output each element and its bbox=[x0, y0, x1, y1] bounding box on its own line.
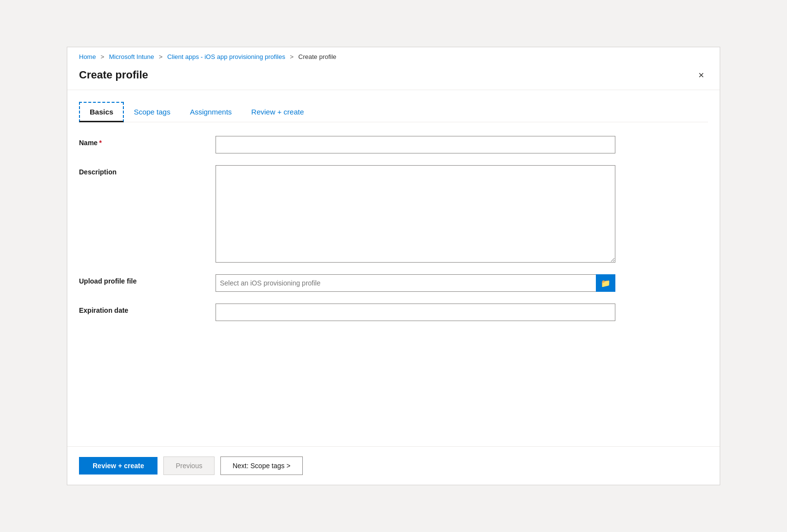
breadcrumb-client-apps[interactable]: Client apps - iOS app provisioning profi… bbox=[167, 53, 285, 60]
tab-bar: Basics Scope tags Assignments Review + c… bbox=[79, 102, 708, 122]
name-required-star: * bbox=[99, 139, 101, 147]
breadcrumb-sep-2: > bbox=[159, 53, 163, 60]
breadcrumb-intune[interactable]: Microsoft Intune bbox=[109, 53, 155, 60]
review-create-button[interactable]: Review + create bbox=[79, 457, 157, 475]
expiration-row: Expiration date bbox=[79, 304, 615, 321]
previous-button: Previous bbox=[163, 456, 214, 475]
panel-footer: Review + create Previous Next: Scope tag… bbox=[67, 446, 720, 485]
name-input[interactable] bbox=[216, 136, 615, 153]
create-profile-panel: Home > Microsoft Intune > Client apps - … bbox=[67, 47, 720, 485]
upload-button[interactable]: 📁 bbox=[596, 274, 615, 292]
tab-assignments[interactable]: Assignments bbox=[180, 102, 241, 122]
name-label: Name* bbox=[79, 136, 206, 147]
description-textarea[interactable] bbox=[216, 165, 615, 263]
panel-content: Basics Scope tags Assignments Review + c… bbox=[67, 90, 720, 446]
tab-scope-tags[interactable]: Scope tags bbox=[124, 102, 180, 122]
folder-icon: 📁 bbox=[601, 279, 610, 288]
breadcrumb-home[interactable]: Home bbox=[79, 53, 96, 60]
breadcrumb: Home > Microsoft Intune > Client apps - … bbox=[67, 47, 720, 64]
description-row: Description bbox=[79, 165, 615, 263]
breadcrumb-sep-1: > bbox=[100, 53, 104, 60]
expiration-input[interactable] bbox=[216, 304, 615, 321]
description-label: Description bbox=[79, 165, 206, 176]
next-button[interactable]: Next: Scope tags > bbox=[220, 456, 303, 475]
breadcrumb-sep-3: > bbox=[290, 53, 294, 60]
close-button[interactable]: × bbox=[694, 68, 708, 82]
breadcrumb-current: Create profile bbox=[298, 53, 336, 60]
tab-basics[interactable]: Basics bbox=[79, 102, 124, 122]
upload-input[interactable] bbox=[216, 274, 596, 292]
upload-control: 📁 bbox=[216, 274, 615, 292]
form-section: Name* Description Upload profile file 📁 bbox=[79, 136, 615, 321]
upload-label: Upload profile file bbox=[79, 274, 206, 285]
tab-review-create[interactable]: Review + create bbox=[241, 102, 314, 122]
panel-header: Create profile × bbox=[67, 64, 720, 90]
panel-title: Create profile bbox=[79, 69, 148, 81]
upload-row: Upload profile file 📁 bbox=[79, 274, 615, 292]
expiration-label: Expiration date bbox=[79, 304, 206, 314]
name-row: Name* bbox=[79, 136, 615, 153]
